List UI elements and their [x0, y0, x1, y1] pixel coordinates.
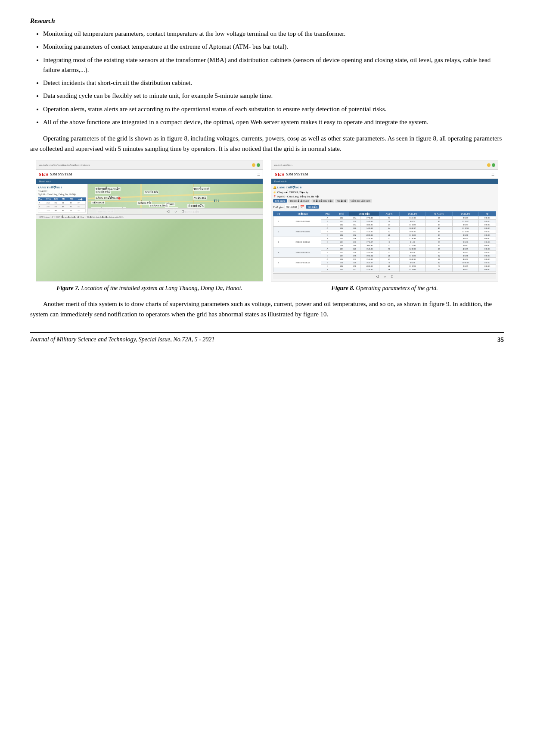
fig7-caption-text: Location of the installed system at Lang… [80, 285, 242, 291]
col-phi: Φ [479, 212, 496, 216]
fig7-screenshot: ses-tech.vn/s3m/monitor.do?method=instan… [36, 160, 263, 281]
bullet-list: Monitoring oil temperature parameters, c… [43, 29, 504, 127]
bullet-item: Monitoring parameters of contact tempera… [43, 42, 504, 52]
fig8-search-btn[interactable]: Tìm kiếm [306, 205, 319, 209]
footer-journal: Journal of Military Science and Technolo… [30, 336, 214, 343]
figure-7-caption: Figure 7. Location of the installed syst… [56, 284, 242, 293]
fig8-station: 🔔 LÀNG THƯỢNG 8 [273, 186, 496, 189]
figure-8-block: ses-tech.vn/s3m/... SES S3M SYSTEM ☰ Dan… [271, 160, 498, 293]
fig8-date-input[interactable]: 01/10/2018 [285, 205, 299, 209]
col-a13: Φ A1.3% [426, 212, 453, 216]
bullet-item: All of the above functions are integrate… [43, 117, 504, 127]
fig7-station-name: LÀNG THƯỢNG 8 [38, 186, 86, 189]
table-row: 2 2018-10-31 01:03 A23412614 0.924410 0.… [273, 227, 496, 230]
ses-brand-text: S3M SYSTEM [50, 172, 72, 176]
fig8-brand: SES S3M SYSTEM ☰ [271, 170, 498, 179]
col-a12: Φ A1.2% [399, 212, 426, 216]
fig8-screenshot: ses-tech.vn/s3m/... SES S3M SYSTEM ☰ Dan… [271, 160, 498, 281]
bullet-item: Integrating most of the existing state s… [43, 55, 504, 75]
map-label-ngocHa: NGỌC HÀ [193, 196, 207, 200]
footer-divider [30, 332, 504, 333]
body-paragraph-2: Another merit of this system is to draw … [30, 299, 504, 319]
col-a11: A1.1% [379, 212, 399, 216]
fig7-station-address: Ngõ 80 - Chùa Làng, Đống Đa, Hà Nội [38, 193, 86, 196]
fig8-data-table: TT Thời gian Pha U(V) Dòng điện A1.1% Φ … [273, 211, 496, 272]
figure-7-image: ses-tech.vn/s3m/monitor.do?method=instan… [36, 160, 263, 281]
bullet-item: Operation alerts, status alerts are set … [43, 104, 504, 114]
tab-thongso[interactable]: Thông số vận hành [288, 199, 311, 203]
col-uv: U(V) [334, 212, 349, 216]
map-label-thuykue: THUỶ KHUÊ [193, 187, 210, 191]
fig8-content: 🔔 LÀNG THƯỢNG 8 ⚡ Công suất 630KVA, Điện… [271, 184, 498, 281]
fig8-filter-row: Thời gian 01/10/2018 📅 Tìm kiếm [273, 205, 496, 209]
ses-logo: SES [39, 172, 49, 177]
col-a14: Φ A1.4% [452, 212, 479, 216]
fig8-address-row: 📍 Ngõ 80 - Chùa Làng, Đống Đa, Hà Nội [273, 195, 496, 198]
fig8-brand-text: S3M SYSTEM [286, 172, 308, 176]
col-dong-dien: Dòng điện [349, 212, 379, 216]
figures-row: ses-tech.vn/s3m/monitor.do?method=instan… [30, 160, 504, 293]
section-label: Research [30, 17, 504, 25]
fig7-bottom-nav: ◁ ○ □ [88, 208, 263, 214]
fig8-bottom-nav: ◁ ○ □ [273, 273, 496, 279]
bullet-item: Detect incidents that short-circuit the … [43, 78, 504, 88]
map-label-langThuong: LÀNG THƯỢNG 8 [95, 196, 118, 200]
footer: Journal of Military Science and Technolo… [30, 336, 504, 344]
fig7-station-code: 01040002 [38, 190, 86, 193]
fig8-browser-bar: ses-tech.vn/s3m/... [271, 160, 498, 170]
col-pha: Pha [321, 212, 334, 216]
footer-page: 35 [497, 336, 504, 344]
map-label-yenHoa: YÊN HOÀ [91, 201, 105, 204]
bullet-item: Data sending cycle can be flexibly set t… [43, 91, 504, 101]
map-h-marker: H i [214, 199, 219, 203]
table-row: 4 2018-10-31 00:53 A23314015 0.855012 0.… [273, 247, 496, 251]
fig8-info-row: ⚡ Công suất 630KVA, Điện áp [273, 191, 496, 194]
fig8-menu: Danh sách [271, 179, 498, 184]
figure-8-image: ses-tech.vn/s3m/... SES S3M SYSTEM ☰ Dan… [271, 160, 498, 281]
table-row: 1 2018-10-31 01:08 A23415417 0.905313 1.… [273, 216, 496, 220]
tab-tinhtrang[interactable]: Tình trạng [273, 199, 287, 203]
fig7-caption-label: Figure 7. [56, 285, 80, 291]
filter-label: Thời gian [273, 206, 283, 209]
fig7-url: ses-tech.vn/s3m/monitor.do?method=instan… [39, 163, 90, 166]
col-time: Thời gian [284, 212, 321, 216]
fig7-brand: SES S3M SYSTEM ☰ [36, 170, 263, 179]
table-row: 6 2018-10-31 00:43 A23313215 0.854611 1.… [273, 268, 496, 272]
table-row: 3 2018-10-31 00:58 A23313615 0.865212 0.… [273, 237, 496, 241]
fig8-tabs: Tình trạng Thông số vận hành Biểu đồ dòn… [273, 199, 496, 203]
tab-nhietdo[interactable]: Nhiệt độ [335, 199, 348, 203]
fig7-location-marker [118, 197, 121, 200]
figure-7-block: ses-tech.vn/s3m/monitor.do?method=instan… [36, 160, 263, 293]
bullet-item: Monitoring oil temperature parameters, c… [43, 29, 504, 39]
tab-bieudomg[interactable]: Biểu đồ dòng điện [311, 199, 334, 203]
body-paragraph-1: Operating parameters of the grid is show… [30, 133, 504, 154]
table-row: 5 2018-10-31 00:48 A23413215 0.804310 0.… [273, 258, 496, 261]
map-label-nghiado: NGHĨA ĐÔ [144, 191, 159, 194]
fig7-browser-bar: ses-tech.vn/s3m/monitor.do?method=instan… [36, 160, 263, 170]
fig8-ses-logo: SES [275, 172, 285, 177]
fig8-caption-text: Operating parameters of the grid. [354, 285, 438, 291]
fig7-map-area: LÀNG THƯỢNG 8 01040002 Ngõ 80 - Chùa Làn… [36, 184, 263, 214]
fig8-table-wrapper: TT Thời gian Pha U(V) Dòng điện A1.1% Φ … [273, 211, 496, 272]
figure-8-caption: Figure 8. Operating parameters of the gr… [331, 284, 438, 293]
map-label-oChoDua: Ô CHỢ DỪA [187, 204, 204, 208]
fig7-table-header: PhaU(V)I(A)M1M2Nhiệt A234154110837 B2351… [38, 197, 86, 212]
tab-canhbao[interactable]: Cảnh báo vận hành [349, 199, 372, 203]
fig7-sidebar: LÀNG THƯỢNG 8 01040002 Ngõ 80 - Chùa Làn… [36, 184, 88, 214]
fig8-caption-label: Figure 8. [331, 285, 354, 291]
fig7-menu: Danh sách [36, 179, 263, 184]
fig7-map-main: TÂP THỂ ĐỊA CHẤT NGHĨA TÂN NGHĨA ĐÔ THUỶ… [88, 184, 263, 214]
col-tt: TT [273, 212, 284, 216]
fig7-footer: S3M System 1.0 © 2017 Bản quyền thuộc về… [36, 214, 263, 219]
map-label-nghiatan: NGHĨA TÂN [95, 191, 111, 194]
